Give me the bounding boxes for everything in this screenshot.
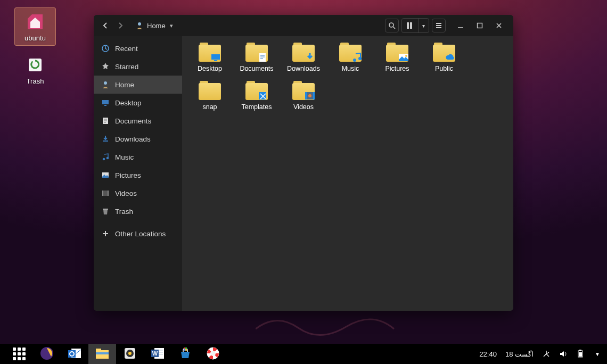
template-icon — [257, 90, 269, 101]
search-button[interactable] — [385, 19, 399, 32]
desktop-icon-trash[interactable]: Trash — [14, 51, 56, 88]
taskbar-app-outlook[interactable] — [61, 344, 88, 364]
taskbar-app-store[interactable] — [171, 344, 199, 364]
svg-point-39 — [128, 352, 132, 355]
sidebar-item-label: Home — [115, 81, 134, 89]
desktop-icon-label: Trash — [27, 77, 44, 85]
explorer-icon — [94, 345, 110, 363]
folder-public[interactable]: Public — [421, 43, 467, 78]
folder-music[interactable]: Music — [327, 43, 374, 78]
taskbar-app-firefox[interactable] — [33, 344, 61, 364]
picture-icon — [101, 171, 110, 179]
desktop-icon — [101, 98, 110, 107]
svg-point-12 — [106, 157, 109, 160]
sidebar-item-downloads[interactable]: Downloads — [94, 130, 182, 148]
svg-rect-36 — [96, 352, 109, 354]
svg-point-50 — [211, 351, 216, 355]
home-icon — [135, 21, 144, 30]
svg-rect-53 — [579, 352, 582, 357]
taskbar-app-apps[interactable] — [5, 344, 33, 364]
sidebar-item-label: Videos — [115, 189, 137, 197]
taskbar: W 22:40 اگست 18 ▼ — [0, 344, 607, 364]
sidebar-item-videos[interactable]: Videos — [94, 184, 182, 202]
sidebar-item-label: Pictures — [115, 171, 141, 179]
folder-snap[interactable]: snap — [186, 81, 233, 116]
view-grid-button[interactable] — [402, 19, 418, 32]
svg-rect-43 — [184, 348, 185, 349]
file-manager-window: Home ▾ ▾ RecentStarredHomeDesktopDocumen… — [94, 15, 513, 311]
svg-rect-46 — [185, 349, 187, 351]
sidebar-item-music[interactable]: Music — [94, 148, 182, 166]
sidebar-item-trash[interactable]: Trash — [94, 202, 182, 220]
clock-icon — [101, 44, 110, 53]
breadcrumb-label: Home — [147, 22, 166, 30]
speaker-icon — [122, 346, 137, 362]
svg-rect-28 — [313, 92, 315, 100]
video-icon — [304, 90, 316, 101]
sidebar-item-label: Documents — [115, 117, 151, 125]
svg-rect-45 — [184, 349, 185, 351]
folder-label: Music — [327, 65, 374, 72]
date-text[interactable]: اگست 18 — [505, 350, 534, 358]
store-icon — [178, 346, 192, 362]
hamburger-menu-button[interactable] — [432, 19, 446, 32]
window-maximize-button[interactable] — [475, 21, 485, 30]
svg-rect-27 — [305, 92, 307, 100]
sidebar: RecentStarredHomeDesktopDocumentsDownloa… — [94, 36, 182, 311]
sidebar-item-recent[interactable]: Recent — [94, 39, 182, 57]
sidebar-item-other[interactable]: Other Locations — [94, 225, 182, 243]
desktop-icon-home[interactable]: ubuntu — [14, 7, 56, 46]
doc-icon — [101, 117, 110, 125]
svg-rect-52 — [579, 350, 581, 351]
battery-icon[interactable] — [576, 350, 585, 358]
taskbar-app-word[interactable]: W — [144, 344, 171, 364]
folder-videos[interactable]: Videos — [280, 81, 327, 116]
volume-icon[interactable] — [559, 350, 568, 358]
desktop-icon-label: ubuntu — [24, 34, 46, 42]
cloud-icon — [445, 52, 456, 63]
folder-label: Desktop — [186, 65, 233, 72]
svg-point-11 — [103, 158, 105, 161]
folder-label: Public — [421, 65, 467, 72]
svg-point-2 — [389, 23, 393, 27]
clock-text[interactable]: 22:40 — [479, 350, 497, 358]
svg-rect-19 — [214, 60, 217, 61]
download-icon — [304, 52, 316, 63]
sidebar-item-label: Other Locations — [115, 230, 166, 238]
doc-icon — [257, 52, 269, 63]
folder-content-pane[interactable]: DesktopDocumentsDownloadsMusicPicturesPu… — [182, 36, 513, 311]
back-button[interactable] — [99, 19, 112, 32]
forward-button[interactable] — [113, 19, 127, 32]
folder-label: snap — [186, 103, 233, 111]
sidebar-item-pictures[interactable]: Pictures — [94, 166, 182, 184]
taskbar-app-rhythmbox[interactable] — [116, 344, 144, 364]
music-icon — [101, 153, 110, 161]
sidebar-item-desktop[interactable]: Desktop — [94, 94, 182, 112]
network-icon[interactable] — [542, 350, 551, 358]
folder-documents[interactable]: Documents — [233, 43, 280, 78]
taskbar-app-files[interactable] — [88, 344, 116, 364]
folder-label: Downloads — [280, 65, 327, 72]
sidebar-item-starred[interactable]: Starred — [94, 57, 182, 76]
chevron-down-icon[interactable]: ▼ — [593, 350, 602, 358]
folder-templates[interactable]: Templates — [233, 81, 280, 116]
svg-rect-4 — [410, 22, 412, 29]
breadcrumb[interactable]: Home ▾ — [131, 19, 177, 32]
view-options-button[interactable]: ▾ — [418, 19, 429, 32]
music-icon — [351, 52, 363, 63]
window-close-button[interactable] — [494, 21, 504, 30]
svg-point-29 — [308, 94, 311, 97]
view-switcher: ▾ — [401, 18, 429, 33]
svg-point-21 — [353, 59, 356, 62]
svg-text:W: W — [152, 350, 158, 357]
folder-pictures[interactable]: Pictures — [374, 43, 421, 78]
trash-icon — [101, 207, 110, 216]
taskbar-app-help[interactable] — [199, 344, 227, 364]
sidebar-item-home[interactable]: Home — [94, 76, 182, 94]
sidebar-item-documents[interactable]: Documents — [94, 112, 182, 130]
sidebar-item-label: Music — [115, 153, 134, 161]
folder-downloads[interactable]: Downloads — [280, 43, 327, 78]
folder-label: Documents — [233, 65, 280, 72]
window-minimize-button[interactable] — [456, 21, 465, 30]
folder-desktop[interactable]: Desktop — [186, 43, 233, 78]
